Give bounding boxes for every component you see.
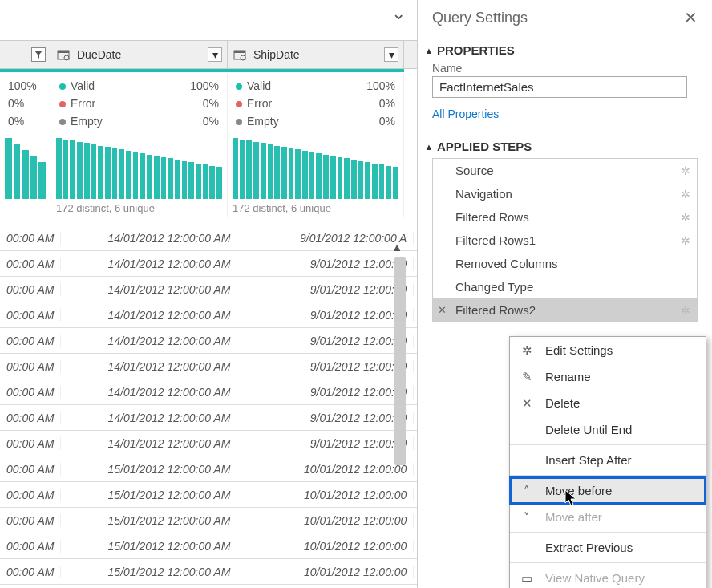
cell: 00:00 AM bbox=[0, 489, 61, 501]
column-header-duedate[interactable]: DueDate ▾ bbox=[51, 41, 228, 68]
table-row[interactable]: 00:00 AM15/01/2012 12:00:00 AM10/01/2012… bbox=[0, 533, 417, 559]
cell: 10/01/2012 12:00:00 bbox=[237, 566, 414, 578]
table-row[interactable]: 00:00 AM15/01/2012 12:00:00 AM10/01/2012… bbox=[0, 508, 417, 533]
dist-bars bbox=[233, 133, 398, 199]
applied-steps-header[interactable]: ▲APPLIED STEPS bbox=[424, 140, 698, 153]
gear-icon[interactable]: ✲ bbox=[681, 211, 690, 224]
cell: 14/01/2012 12:00:00 AM bbox=[61, 360, 237, 373]
table-row[interactable]: 00:00 AM14/01/2012 12:00:00 AM9/01/2012 … bbox=[0, 277, 417, 302]
gear-icon[interactable]: ✲ bbox=[681, 164, 690, 177]
cell: 9/01/2012 12:00:00 A bbox=[237, 232, 414, 245]
cell: 10/01/2012 12:00:00 bbox=[237, 489, 414, 501]
close-icon[interactable]: ✕ bbox=[684, 8, 698, 27]
cell: 14/01/2012 12:00:00 AM bbox=[61, 309, 237, 322]
empty-label: Empty bbox=[71, 115, 103, 128]
table-row[interactable]: 00:00 AM14/01/2012 12:00:00 AM9/01/2012 … bbox=[0, 328, 417, 354]
doc-icon: ▭ bbox=[520, 571, 534, 586]
quality-bar bbox=[0, 69, 417, 72]
applied-step[interactable]: Filtered Rows✲ bbox=[433, 205, 697, 229]
cell: 00:00 AM bbox=[0, 437, 61, 450]
valid-label: Valid bbox=[71, 79, 95, 92]
gear-icon[interactable]: ✲ bbox=[681, 304, 690, 317]
table-row[interactable]: 00:00 AM14/01/2012 12:00:00 AM9/01/2012 … bbox=[0, 251, 417, 277]
applied-step[interactable]: Source✲ bbox=[433, 159, 697, 182]
table-row[interactable]: 00:00 AM14/01/2012 12:00:00 AM9/01/2012 … bbox=[0, 405, 417, 431]
column-header-partial[interactable] bbox=[0, 41, 51, 68]
cell: 9/01/2012 12:00:00 bbox=[237, 335, 414, 347]
table-row[interactable]: 00:00 AM14/01/2012 12:00:00 AM9/01/2012 … bbox=[0, 379, 417, 405]
dropdown-icon[interactable]: ▾ bbox=[384, 47, 398, 62]
menu-item-label: Move after bbox=[545, 510, 602, 524]
vertical-scrollbar[interactable] bbox=[394, 257, 406, 465]
menu-item-extract-previous[interactable]: Extract Previous bbox=[510, 534, 706, 561]
menu-item-label: Extract Previous bbox=[545, 541, 633, 554]
step-label: Navigation bbox=[455, 187, 512, 201]
menu-item-label: Rename bbox=[545, 370, 591, 383]
menu-item-label: Delete Until End bbox=[545, 423, 632, 436]
error-label: Error bbox=[247, 97, 272, 110]
cell: 9/01/2012 12:00:00 bbox=[237, 309, 414, 322]
table-row[interactable]: 00:00 AM15/01/2012 12:00:00 AM10/01/2012… bbox=[0, 456, 417, 482]
applied-step[interactable]: Removed Columns bbox=[433, 252, 697, 275]
table-row[interactable]: 00:00 AM15/01/2012 12:00:00 AM10/01/2012… bbox=[0, 559, 417, 585]
applied-step[interactable]: Changed Type bbox=[433, 275, 697, 298]
cell: 00:00 AM bbox=[0, 540, 61, 553]
dropdown-icon[interactable]: ▾ bbox=[208, 47, 222, 62]
cell: 15/01/2012 12:00:00 AM bbox=[61, 540, 237, 553]
cell: 14/01/2012 12:00:00 AM bbox=[61, 335, 237, 347]
table-row[interactable]: 00:00 AM14/01/2012 12:00:00 AM9/01/2012 … bbox=[0, 225, 417, 251]
data-rows: 00:00 AM14/01/2012 12:00:00 AM9/01/2012 … bbox=[0, 225, 417, 588]
gear-icon[interactable]: ✲ bbox=[681, 188, 690, 201]
cell: 9/01/2012 12:00:00 bbox=[237, 386, 414, 399]
quality-stats: 100% 0% 0% Valid100% Error0% Empty0% Val… bbox=[0, 74, 417, 133]
gear-icon[interactable]: ✲ bbox=[681, 234, 690, 247]
menu-item-rename[interactable]: ✎Rename bbox=[510, 363, 706, 390]
cell: 14/01/2012 12:00:00 AM bbox=[61, 258, 237, 270]
column-name: DueDate bbox=[77, 48, 121, 61]
cell: 00:00 AM bbox=[0, 412, 61, 424]
rename-icon: ✎ bbox=[520, 370, 534, 384]
table-row[interactable]: 00:00 AM15/01/2012 12:00:00 AM10/01/2012… bbox=[0, 482, 417, 508]
table-row[interactable]: 00:00 AM14/01/2012 12:00:00 AM9/01/2012 … bbox=[0, 431, 417, 456]
empty-pct: 0% bbox=[8, 112, 24, 130]
step-label: Filtered Rows bbox=[455, 210, 529, 224]
section-label: APPLIED STEPS bbox=[437, 140, 532, 153]
error-label: Error bbox=[71, 97, 95, 110]
properties-header[interactable]: ▲PROPERTIES bbox=[424, 43, 698, 57]
menu-item-edit-settings[interactable]: ✲Edit Settings bbox=[510, 337, 706, 363]
step-label: Filtered Rows1 bbox=[455, 233, 536, 247]
context-menu: ✲Edit Settings✎Rename✕DeleteDelete Until… bbox=[509, 336, 706, 588]
table-row[interactable]: 00:00 AM14/01/2012 12:00:00 AM9/01/2012 … bbox=[0, 302, 417, 328]
applied-step[interactable]: Filtered Rows1✲ bbox=[433, 229, 697, 252]
x-icon: ✕ bbox=[520, 396, 534, 411]
filter-icon[interactable] bbox=[31, 47, 46, 62]
chevron-down-icon[interactable]: ⌄ bbox=[391, 3, 406, 24]
scroll-up-arrow[interactable]: ▲ bbox=[391, 241, 403, 253]
cell: 9/01/2012 12:00:00 bbox=[237, 283, 414, 296]
empty-label: Empty bbox=[247, 115, 279, 128]
cell: 00:00 AM bbox=[0, 514, 61, 527]
table-row[interactable]: 00:00 AM14/01/2012 12:00:00 AM9/01/2012 … bbox=[0, 354, 417, 379]
column-header-shipdate[interactable]: ShipDate ▾ bbox=[228, 41, 404, 68]
all-properties-link[interactable]: All Properties bbox=[432, 107, 499, 120]
menu-item-label: Delete bbox=[545, 396, 580, 410]
menu-item-delete-until-end[interactable]: Delete Until End bbox=[510, 416, 706, 443]
valid-label: Valid bbox=[247, 79, 271, 92]
svg-rect-4 bbox=[234, 51, 245, 53]
cell: 14/01/2012 12:00:00 AM bbox=[61, 386, 237, 399]
applied-step[interactable]: Filtered Rows2✲ bbox=[433, 298, 697, 322]
empty-pct: 0% bbox=[203, 112, 219, 130]
menu-item-label: Move before bbox=[545, 484, 612, 497]
cell: 14/01/2012 12:00:00 AM bbox=[61, 232, 237, 245]
menu-item-move-before[interactable]: ˄Move before bbox=[510, 477, 706, 504]
valid-pct: 100% bbox=[8, 77, 37, 95]
cell: 9/01/2012 12:00:00 bbox=[237, 412, 414, 424]
query-name-input[interactable] bbox=[432, 76, 687, 98]
menu-item-insert-step-after[interactable]: Insert Step After bbox=[510, 447, 706, 473]
menu-item-delete[interactable]: ✕Delete bbox=[510, 390, 706, 416]
applied-step[interactable]: Navigation✲ bbox=[433, 182, 697, 205]
menu-item-label: Insert Step After bbox=[545, 453, 632, 467]
cell: 00:00 AM bbox=[0, 360, 61, 373]
cell: 00:00 AM bbox=[0, 463, 61, 476]
step-label: Source bbox=[455, 164, 494, 177]
